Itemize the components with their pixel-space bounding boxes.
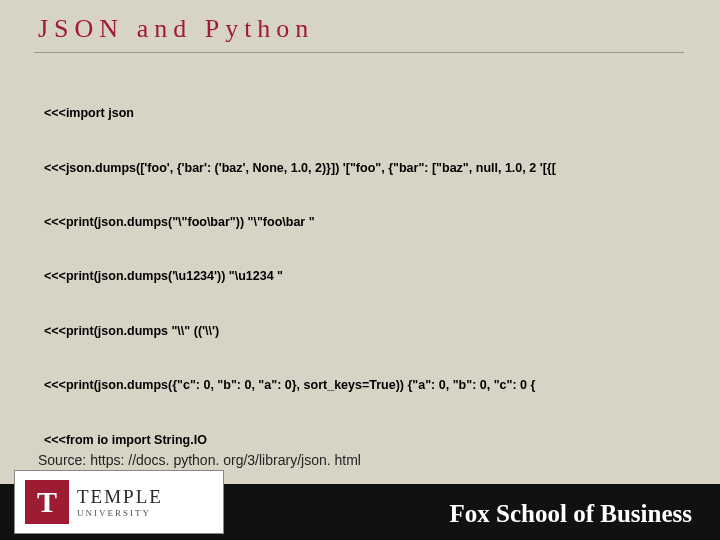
logo-text: TEMPLE UNIVERSITY [77,487,163,518]
code-line: <<<print(json.dumps({"c": 0, "b": 0, "a"… [44,376,684,394]
logo-name: TEMPLE [77,487,163,506]
source-citation: Source: https: //docs. python. org/3/lib… [38,452,361,468]
code-line: <<<print(json.dumps('\u1234')) "\u1234 " [44,267,684,285]
university-logo: T TEMPLE UNIVERSITY [14,470,224,534]
slide-title: JSON and Python [38,14,314,44]
slide: JSON and Python <<<import json <<<json.d… [0,0,720,540]
logo-subtitle: UNIVERSITY [77,509,163,518]
code-line: <<<print(json.dumps "\\" (('\\') [44,322,684,340]
title-underline [34,52,684,53]
code-line: <<<print(json.dumps("\"foo\bar")) "\"foo… [44,213,684,231]
code-line: <<<import json [44,104,684,122]
logo-mark-icon: T [25,480,69,524]
code-line: <<<from io import String.IO [44,431,684,449]
school-name: Fox School of Business [450,500,692,528]
code-line: <<<json.dumps(['foo', {'bar': ('baz', No… [44,159,684,177]
